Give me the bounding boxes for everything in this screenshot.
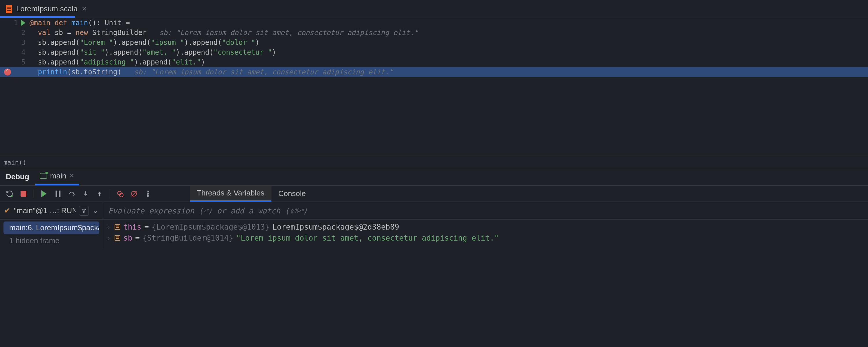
var-type: {StringBuilder@1014}: [143, 234, 233, 242]
code-content[interactable]: sb.append("Lorem ").append("ipsum ").app…: [29, 38, 259, 46]
frames-list: main:6, LoremIpsum$package$ 1 hidden fra…: [0, 220, 103, 249]
tab-label: Console: [278, 189, 306, 198]
variable-row[interactable]: ›sb = {StringBuilder@1014} "Lorem ipsum …: [107, 232, 864, 244]
frames-header-row: ✔ "main"@1 …: RUNNING ⌄ Evaluate express…: [0, 202, 868, 220]
variable-row[interactable]: ›this = {LoremIpsum$package$@1013} Lorem…: [107, 221, 864, 232]
editor-tab-bar: LoremIpsum.scala ✕: [0, 0, 868, 18]
code-line[interactable]: 3 sb.append("Lorem ").append("ipsum ").a…: [0, 38, 868, 48]
gutter[interactable]: 3: [0, 38, 29, 46]
var-eq: =: [144, 223, 149, 231]
mute-breakpoints-button[interactable]: [130, 190, 138, 197]
svg-point-4: [147, 191, 148, 192]
filter-button[interactable]: [79, 206, 89, 216]
close-tab-icon[interactable]: ✕: [82, 5, 87, 13]
resume-button[interactable]: [40, 190, 48, 197]
file-tab[interactable]: LoremIpsum.scala ✕: [0, 0, 93, 18]
frame-label: main:6, LoremIpsum$package$: [9, 223, 99, 232]
thread-selector[interactable]: ✔ "main"@1 …: RUNNING ⌄: [0, 202, 103, 219]
debug-tabs: Threads & Variables Console: [190, 186, 313, 201]
run-config-tab[interactable]: main ✕: [35, 168, 79, 185]
eval-placeholder: Evaluate expression (⏎) or add a watch (…: [108, 207, 308, 215]
hidden-frames-label[interactable]: 1 hidden frame: [3, 234, 99, 248]
terminal-icon: [40, 173, 47, 179]
code-content[interactable]: sb.append("adipiscing ").append("elit."): [29, 58, 205, 66]
gutter[interactable]: [0, 68, 29, 75]
step-into-button[interactable]: [82, 190, 89, 197]
tab-threads-variables[interactable]: Threads & Variables: [190, 186, 271, 201]
close-run-tab-icon[interactable]: ✕: [69, 172, 74, 180]
code-content[interactable]: sb.append("sit ").append("amet, ").appen…: [29, 48, 276, 56]
stack-frame[interactable]: main:6, LoremIpsum$package$: [3, 221, 99, 234]
code-content[interactable]: val sb = new StringBuilder sb: "Lorem ip…: [29, 29, 418, 37]
tab-label: Threads & Variables: [197, 189, 265, 197]
code-line[interactable]: 4 sb.append("sit ").append("amet, ").app…: [0, 48, 868, 57]
svg-point-0: [11, 195, 13, 197]
scala-file-icon: [6, 5, 12, 13]
var-value: LoremIpsum$package$@2d38eb89: [272, 223, 399, 231]
var-name: this: [123, 223, 142, 231]
debug-toolbar: Threads & Variables Console: [0, 186, 868, 202]
breakpoint-icon[interactable]: [4, 68, 11, 75]
tab-console[interactable]: Console: [271, 186, 313, 201]
debug-panel-title: Debug: [6, 172, 29, 181]
svg-point-6: [147, 195, 148, 196]
code-content[interactable]: println(sb.toString) sb: "Lorem ipsum do…: [29, 68, 393, 76]
code-line[interactable]: println(sb.toString) sb: "Lorem ipsum do…: [0, 67, 868, 77]
svg-point-5: [147, 193, 148, 194]
var-value: "Lorem ipsum dolor sit amet, consectetur…: [236, 234, 499, 242]
code-line[interactable]: 5 sb.append("adipiscing ").append("elit.…: [0, 57, 868, 67]
debug-panel-header: Debug main ✕: [0, 168, 868, 186]
run-gutter-icon[interactable]: [21, 20, 26, 26]
step-over-button[interactable]: [68, 190, 75, 197]
run-config-label: main: [50, 171, 66, 181]
file-tab-label: LoremIpsum.scala: [16, 4, 78, 13]
chevron-down-icon[interactable]: ⌄: [92, 206, 99, 215]
rerun-icon[interactable]: [6, 190, 13, 197]
code-line[interactable]: 1@main def main(): Unit =: [0, 18, 868, 28]
view-breakpoints-button[interactable]: [116, 190, 124, 197]
var-name: sb: [123, 234, 132, 242]
gutter[interactable]: 2: [0, 29, 29, 37]
step-out-button[interactable]: [96, 190, 103, 197]
var-type: {LoremIpsum$package$@1013}: [152, 223, 269, 231]
breadcrumb[interactable]: main(): [0, 157, 868, 168]
object-icon: [115, 224, 120, 230]
evaluate-expression-input[interactable]: Evaluate expression (⏎) or add a watch (…: [103, 202, 868, 219]
variables-panel: ›this = {LoremIpsum$package$@1013} Lorem…: [103, 220, 868, 249]
code-editor[interactable]: 1@main def main(): Unit = 2 val sb = new…: [0, 18, 868, 157]
code-line[interactable]: 2 val sb = new StringBuilder sb: "Lorem …: [0, 28, 868, 38]
gutter[interactable]: 1: [0, 19, 29, 27]
expand-icon[interactable]: ›: [107, 235, 112, 241]
debug-body: main:6, LoremIpsum$package$ 1 hidden fra…: [0, 220, 868, 249]
stop-button[interactable]: [20, 190, 27, 197]
gutter[interactable]: 5: [0, 58, 29, 66]
pause-button[interactable]: [54, 190, 62, 197]
gutter[interactable]: 4: [0, 48, 29, 56]
toolbar-divider: [110, 189, 110, 198]
var-eq: =: [135, 234, 140, 242]
thread-name: "main"@1 …: RUNNING: [14, 206, 75, 215]
expand-icon[interactable]: ›: [107, 224, 112, 230]
object-icon: [115, 235, 120, 241]
code-content[interactable]: @main def main(): Unit =: [29, 19, 134, 27]
thread-status-icon: ✔: [4, 206, 10, 215]
more-icon[interactable]: [144, 190, 152, 197]
